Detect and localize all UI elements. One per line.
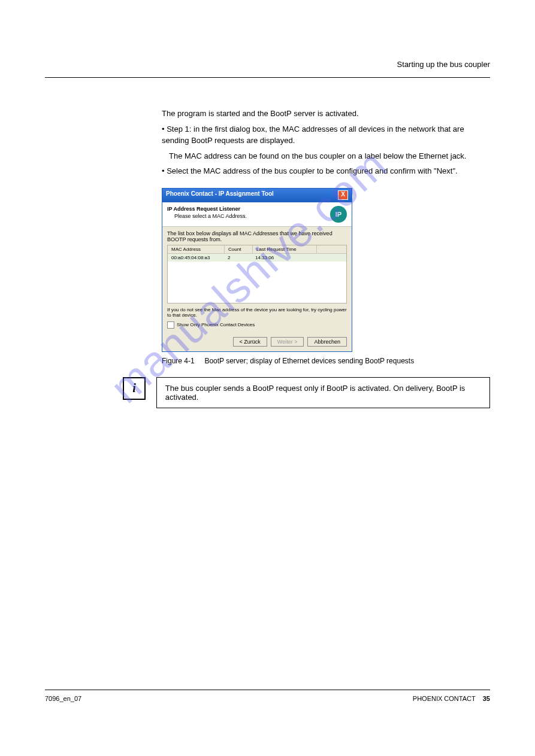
dialog-hint: If you do not see the Mac address of the… (167, 307, 347, 318)
row-count: 2 (224, 254, 252, 262)
footer-brand: PHOENIX CONTACT (413, 695, 476, 702)
close-icon[interactable]: X (338, 190, 348, 200)
col-time: Last Request Time (253, 245, 317, 253)
bullet: • (162, 125, 165, 133)
dialog-head1: IP Address Request Listener (167, 206, 247, 212)
ip-assign-dialog: Phoenix Contact - IP Assignment Tool X I… (162, 188, 352, 352)
list-header: MAC Address Count Last Request Time (168, 245, 346, 254)
dialog-title-text: Phoenix Contact - IP Assignment Tool (166, 190, 274, 202)
col-mac: MAC Address (168, 245, 225, 253)
step-1b: The MAC address can be found on the bus … (169, 150, 490, 162)
checkbox-icon[interactable] (167, 321, 174, 329)
figure-dialog: Phoenix Contact - IP Assignment Tool X I… (162, 188, 490, 352)
doc-id: 7096_en_07 (45, 695, 81, 702)
bullet: • (162, 166, 165, 175)
dialog-header: IP Address Request Listener Please selec… (162, 202, 352, 227)
page-number: 35 (483, 695, 490, 702)
checkbox-label: Show Only Phoenix Contact Devices (177, 322, 255, 327)
next-button[interactable]: Weiter > (271, 337, 304, 347)
step-1a-text: Step 1: in the first dialog box, the MAC… (162, 125, 464, 145)
ip-badge-icon: IP (330, 206, 347, 223)
note-box: The bus coupler sends a BootP request on… (156, 377, 490, 408)
step-1c: • Select the MAC address of the bus coup… (162, 165, 490, 177)
show-only-pc-checkbox[interactable]: Show Only Phoenix Contact Devices (167, 321, 347, 329)
figure-caption: Figure 4-1 BootP server; display of Ethe… (162, 357, 490, 365)
row-mac: 00:a0:45:04:08:a3 (168, 254, 224, 262)
col-count: Count (225, 245, 253, 253)
cancel-button[interactable]: Abbrechen (307, 337, 347, 347)
step-1a: • Step 1: in the first dialog box, the M… (162, 123, 490, 147)
dialog-titlebar: Phoenix Contact - IP Assignment Tool X (162, 189, 352, 202)
header-title: Starting up the bus coupler (397, 60, 490, 69)
dialog-list-intro: The list box below displays all MAC Addr… (167, 230, 347, 242)
figure-caption-text: BootP server; display of Ethernet device… (204, 357, 414, 365)
step-1c-text: Select the MAC address of the bus couple… (167, 166, 457, 175)
intro-line: The program is started and the BootP ser… (162, 108, 490, 120)
row-time: 14:33:06 (252, 254, 315, 262)
page-header: Starting up the bus coupler (45, 60, 490, 78)
info-icon: i (123, 377, 146, 400)
page-footer: 7096_en_07 PHOENIX CONTACT 35 (45, 690, 490, 702)
dialog-head2: Please select a MAC Address. (174, 213, 247, 219)
figure-number: Figure 4-1 (162, 357, 195, 365)
mac-listbox[interactable]: MAC Address Count Last Request Time 00:a… (167, 245, 347, 303)
table-row[interactable]: 00:a0:45:04:08:a3 2 14:33:06 (168, 254, 346, 262)
back-button[interactable]: < Zurück (233, 337, 267, 347)
